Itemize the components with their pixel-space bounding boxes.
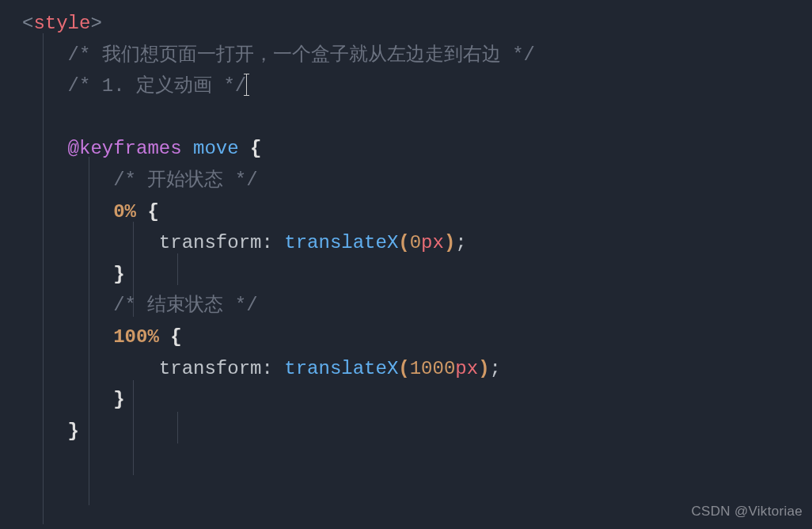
code-line: } <box>22 384 812 416</box>
brace-open: { <box>170 326 181 348</box>
keyframe-selector: 0% <box>113 201 136 223</box>
css-property: transform <box>159 232 262 253</box>
code-line: transform: translateX(1000px); <box>22 353 812 385</box>
unit: px <box>421 232 444 253</box>
code-line: /* 结束状态 */ <box>22 290 812 322</box>
at-rule-keyword: @keyframes <box>68 138 182 159</box>
code-line: 100% { <box>22 322 812 353</box>
comment: /* 我们想页面一打开，一个盒子就从左边走到右边 */ <box>68 44 535 66</box>
brace-close: } <box>113 264 124 285</box>
brace-open: { <box>147 201 158 223</box>
animation-name: move <box>193 138 239 159</box>
code-line: <style> <box>22 8 812 40</box>
code-line: /* 开始状态 */ <box>22 165 812 196</box>
colon: : <box>261 358 272 379</box>
paren-open: ( <box>398 232 409 253</box>
paren-close: ) <box>478 358 489 379</box>
brace-close: } <box>68 421 79 442</box>
number-literal: 1000 <box>410 358 456 379</box>
text-cursor-icon <box>246 74 247 96</box>
code-line: 0% { <box>22 196 812 228</box>
colon: : <box>261 232 272 253</box>
comment: /* 1. 定义动画 */ <box>68 75 247 97</box>
tag-bracket: > <box>90 13 101 34</box>
tag-name: style <box>33 13 90 34</box>
code-line: /* 我们想页面一打开，一个盒子就从左边走到右边 */ <box>22 40 812 71</box>
css-function: translateX <box>284 232 398 253</box>
unit: px <box>455 358 478 379</box>
comment: /* 开始状态 */ <box>113 169 257 191</box>
code-line: } <box>22 259 812 291</box>
code-line: @keyframes move { <box>22 133 812 165</box>
number-literal: 0 <box>410 232 421 253</box>
editor-container: <style> /* 我们想页面一打开，一个盒子就从左边走到右边 */ /* 1… <box>0 0 812 447</box>
watermark: CSDN @Viktoriae <box>692 500 803 523</box>
tag-bracket: < <box>22 13 33 34</box>
code-editor[interactable]: <style> /* 我们想页面一打开，一个盒子就从左边走到右边 */ /* 1… <box>0 0 812 447</box>
css-function: translateX <box>284 358 398 379</box>
code-line: } <box>22 416 812 447</box>
code-line: /* 1. 定义动画 */ <box>22 70 812 102</box>
code-line: transform: translateX(0px); <box>22 227 812 259</box>
paren-close: ) <box>444 232 455 253</box>
paren-open: ( <box>398 358 409 379</box>
brace-open: { <box>250 138 261 159</box>
brace-close: } <box>113 389 124 410</box>
semicolon: ; <box>490 358 501 379</box>
semicolon: ; <box>455 232 466 253</box>
code-line <box>22 102 812 134</box>
css-property: transform <box>159 358 262 379</box>
keyframe-selector: 100% <box>113 326 159 348</box>
comment: /* 结束状态 */ <box>113 295 257 316</box>
